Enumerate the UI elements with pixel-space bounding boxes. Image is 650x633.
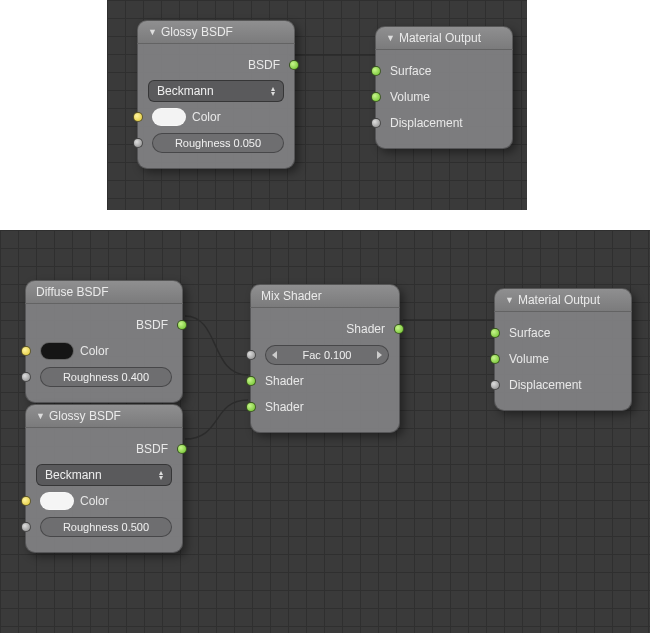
node-editor-top[interactable]: ▼ Glossy BSDF BSDF Beckmann ▴▾ Color Rou… [107,0,527,210]
output-label: BSDF [248,58,280,72]
color-label: Color [80,494,109,508]
node-diffuse-bsdf[interactable]: Diffuse BSDF BSDF Color Roughness 0.400 [25,280,183,403]
distribution-select[interactable]: Beckmann ▴▾ [36,464,172,486]
roughness-field[interactable]: Roughness 0.500 [40,517,172,537]
surface-label: Surface [390,64,431,78]
input-roughness: Roughness 0.500 [36,516,172,538]
node-glossy-bsdf[interactable]: ▼ Glossy BSDF BSDF Beckmann ▴▾ Color Rou… [137,20,295,169]
output-bsdf: BSDF [36,314,172,336]
color-swatch[interactable] [40,492,74,510]
input-roughness: Roughness 0.050 [148,132,284,154]
socket-output-shader[interactable] [394,324,404,334]
node-glossy-bsdf[interactable]: ▼ Glossy BSDF BSDF Beckmann ▴▾ Color Rou… [25,404,183,553]
node-header[interactable]: Diffuse BSDF [25,280,183,304]
color-swatch[interactable] [152,108,186,126]
volume-label: Volume [390,90,430,104]
socket-input-color[interactable] [21,496,31,506]
fac-field[interactable]: Fac 0.100 [265,345,389,365]
socket-input-roughness[interactable] [21,372,31,382]
output-label: BSDF [136,442,168,456]
color-label: Color [192,110,221,124]
updown-icon: ▴▾ [159,470,163,480]
input-displacement: Displacement [386,112,502,134]
input-color: Color [36,340,172,362]
distribution-select[interactable]: Beckmann ▴▾ [148,80,284,102]
shader2-label: Shader [265,400,304,414]
collapse-icon[interactable]: ▼ [148,27,157,37]
socket-input-fac[interactable] [246,350,256,360]
node-material-output[interactable]: ▼ Material Output Surface Volume Displac… [494,288,632,411]
color-label: Color [80,344,109,358]
collapse-icon[interactable]: ▼ [36,411,45,421]
distribution-value: Beckmann [45,468,102,482]
socket-input-displacement[interactable] [490,380,500,390]
shader1-label: Shader [265,374,304,388]
node-header[interactable]: ▼ Material Output [494,288,632,312]
input-shader-2: Shader [261,396,389,418]
input-color: Color [148,106,284,128]
socket-output-bsdf[interactable] [177,444,187,454]
node-title: Material Output [399,31,481,45]
displacement-label: Displacement [390,116,463,130]
roughness-field[interactable]: Roughness 0.400 [40,367,172,387]
input-color: Color [36,490,172,512]
color-swatch[interactable] [40,342,74,360]
node-title: Diffuse BSDF [36,285,108,299]
socket-input-color[interactable] [21,346,31,356]
socket-output-bsdf[interactable] [177,320,187,330]
distribution-value: Beckmann [157,84,214,98]
socket-input-surface[interactable] [490,328,500,338]
output-bsdf: BSDF [148,54,284,76]
socket-input-volume[interactable] [371,92,381,102]
input-volume: Volume [386,86,502,108]
roughness-field[interactable]: Roughness 0.050 [152,133,284,153]
node-editor-bottom[interactable]: Diffuse BSDF BSDF Color Roughness 0.400 … [0,230,650,633]
socket-input-color[interactable] [133,112,143,122]
input-fac: Fac 0.100 [261,344,389,366]
socket-input-roughness[interactable] [21,522,31,532]
socket-input-surface[interactable] [371,66,381,76]
input-surface: Surface [386,60,502,82]
collapse-icon[interactable]: ▼ [505,295,514,305]
node-title: Material Output [518,293,600,307]
socket-output-bsdf[interactable] [289,60,299,70]
node-title: Glossy BSDF [161,25,233,39]
node-header[interactable]: Mix Shader [250,284,400,308]
node-header[interactable]: ▼ Material Output [375,26,513,50]
socket-input-volume[interactable] [490,354,500,364]
displacement-label: Displacement [509,378,582,392]
volume-label: Volume [509,352,549,366]
node-mix-shader[interactable]: Mix Shader Shader Fac 0.100 Shader Shade… [250,284,400,433]
node-title: Glossy BSDF [49,409,121,423]
output-label: BSDF [136,318,168,332]
socket-input-displacement[interactable] [371,118,381,128]
collapse-icon[interactable]: ▼ [386,33,395,43]
input-roughness: Roughness 0.400 [36,366,172,388]
input-shader-1: Shader [261,370,389,392]
updown-icon: ▴▾ [271,86,275,96]
node-material-output[interactable]: ▼ Material Output Surface Volume Displac… [375,26,513,149]
node-title: Mix Shader [261,289,322,303]
input-displacement: Displacement [505,374,621,396]
node-header[interactable]: ▼ Glossy BSDF [137,20,295,44]
input-surface: Surface [505,322,621,344]
input-volume: Volume [505,348,621,370]
output-shader: Shader [261,318,389,340]
socket-input-shader-1[interactable] [246,376,256,386]
socket-input-roughness[interactable] [133,138,143,148]
socket-input-shader-2[interactable] [246,402,256,412]
surface-label: Surface [509,326,550,340]
output-label: Shader [346,322,385,336]
node-header[interactable]: ▼ Glossy BSDF [25,404,183,428]
output-bsdf: BSDF [36,438,172,460]
